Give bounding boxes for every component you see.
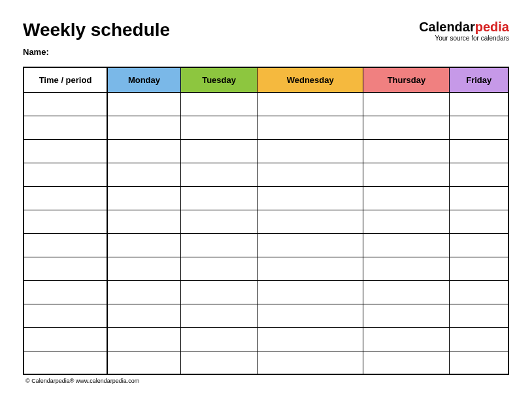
schedule-cell[interactable] — [107, 327, 180, 351]
schedule-cell[interactable] — [450, 139, 508, 163]
schedule-cell[interactable] — [450, 280, 508, 304]
schedule-cell[interactable] — [258, 233, 363, 257]
schedule-cell[interactable] — [450, 92, 508, 116]
table-row — [24, 92, 508, 116]
schedule-cell[interactable] — [363, 304, 450, 327]
schedule-cell[interactable] — [180, 116, 257, 139]
table-row — [24, 116, 508, 139]
day-header-friday: Friday — [450, 67, 508, 92]
schedule-cell[interactable] — [363, 280, 450, 304]
logo-part1: Calendar — [419, 20, 475, 34]
schedule-cell[interactable] — [450, 233, 508, 257]
schedule-cell[interactable] — [258, 280, 363, 304]
schedule-cell[interactable] — [363, 92, 450, 116]
time-cell[interactable] — [24, 351, 107, 374]
schedule-cell[interactable] — [450, 210, 508, 233]
time-cell[interactable] — [24, 92, 107, 116]
schedule-cell[interactable] — [363, 139, 450, 163]
footer-text: © Calendarpedia® www.calendarpedia.com — [23, 378, 509, 384]
schedule-cell[interactable] — [107, 163, 180, 186]
page-title: Weekly schedule — [23, 20, 170, 41]
schedule-cell[interactable] — [258, 327, 363, 351]
table-body — [24, 92, 508, 374]
schedule-cell[interactable] — [258, 163, 363, 186]
schedule-cell[interactable] — [450, 327, 508, 351]
schedule-cell[interactable] — [107, 280, 180, 304]
time-header: Time / period — [24, 67, 107, 92]
schedule-cell[interactable] — [107, 304, 180, 327]
time-cell[interactable] — [24, 163, 107, 186]
table-row — [24, 163, 508, 186]
schedule-cell[interactable] — [180, 186, 257, 210]
logo-text: Calendarpedia — [419, 20, 509, 35]
schedule-cell[interactable] — [363, 257, 450, 280]
time-cell[interactable] — [24, 116, 107, 139]
header-row: Time / period Monday Tuesday Wednesday T… — [24, 67, 508, 92]
schedule-cell[interactable] — [180, 280, 257, 304]
schedule-table: Time / period Monday Tuesday Wednesday T… — [23, 67, 509, 375]
header-row: Weekly schedule Calendarpedia Your sourc… — [23, 20, 509, 42]
table-row — [24, 233, 508, 257]
time-cell[interactable] — [24, 233, 107, 257]
time-cell[interactable] — [24, 210, 107, 233]
schedule-cell[interactable] — [363, 116, 450, 139]
time-cell[interactable] — [24, 280, 107, 304]
schedule-cell[interactable] — [180, 92, 257, 116]
schedule-cell[interactable] — [107, 210, 180, 233]
schedule-cell[interactable] — [363, 210, 450, 233]
schedule-cell[interactable] — [107, 186, 180, 210]
schedule-cell[interactable] — [450, 186, 508, 210]
schedule-cell[interactable] — [363, 163, 450, 186]
time-cell[interactable] — [24, 139, 107, 163]
day-header-monday: Monday — [107, 67, 180, 92]
schedule-cell[interactable] — [258, 257, 363, 280]
schedule-cell[interactable] — [258, 304, 363, 327]
day-header-thursday: Thursday — [363, 67, 450, 92]
time-cell[interactable] — [24, 327, 107, 351]
table-row — [24, 351, 508, 374]
schedule-cell[interactable] — [363, 186, 450, 210]
schedule-cell[interactable] — [180, 304, 257, 327]
name-label: Name: — [23, 47, 509, 57]
day-header-tuesday: Tuesday — [180, 67, 257, 92]
schedule-cell[interactable] — [107, 92, 180, 116]
time-cell[interactable] — [24, 186, 107, 210]
logo-tagline: Your source for calendars — [419, 35, 509, 42]
schedule-cell[interactable] — [180, 327, 257, 351]
schedule-cell[interactable] — [107, 139, 180, 163]
schedule-cell[interactable] — [258, 116, 363, 139]
table-row — [24, 327, 508, 351]
schedule-cell[interactable] — [258, 186, 363, 210]
schedule-cell[interactable] — [180, 233, 257, 257]
schedule-cell[interactable] — [258, 351, 363, 374]
schedule-cell[interactable] — [450, 351, 508, 374]
table-row — [24, 139, 508, 163]
table-row — [24, 210, 508, 233]
schedule-cell[interactable] — [180, 257, 257, 280]
schedule-cell[interactable] — [180, 351, 257, 374]
schedule-cell[interactable] — [107, 233, 180, 257]
table-row — [24, 257, 508, 280]
schedule-cell[interactable] — [107, 116, 180, 139]
schedule-cell[interactable] — [258, 139, 363, 163]
schedule-cell[interactable] — [107, 351, 180, 374]
schedule-cell[interactable] — [450, 116, 508, 139]
time-cell[interactable] — [24, 257, 107, 280]
schedule-cell[interactable] — [107, 257, 180, 280]
schedule-cell[interactable] — [450, 163, 508, 186]
schedule-cell[interactable] — [258, 92, 363, 116]
schedule-cell[interactable] — [450, 257, 508, 280]
schedule-cell[interactable] — [180, 139, 257, 163]
schedule-cell[interactable] — [450, 304, 508, 327]
schedule-cell[interactable] — [180, 210, 257, 233]
schedule-cell[interactable] — [363, 327, 450, 351]
table-row — [24, 280, 508, 304]
schedule-cell[interactable] — [363, 351, 450, 374]
time-cell[interactable] — [24, 304, 107, 327]
day-header-wednesday: Wednesday — [258, 67, 363, 92]
schedule-cell[interactable] — [180, 163, 257, 186]
schedule-cell[interactable] — [258, 210, 363, 233]
table-row — [24, 304, 508, 327]
schedule-cell[interactable] — [363, 233, 450, 257]
table-row — [24, 186, 508, 210]
